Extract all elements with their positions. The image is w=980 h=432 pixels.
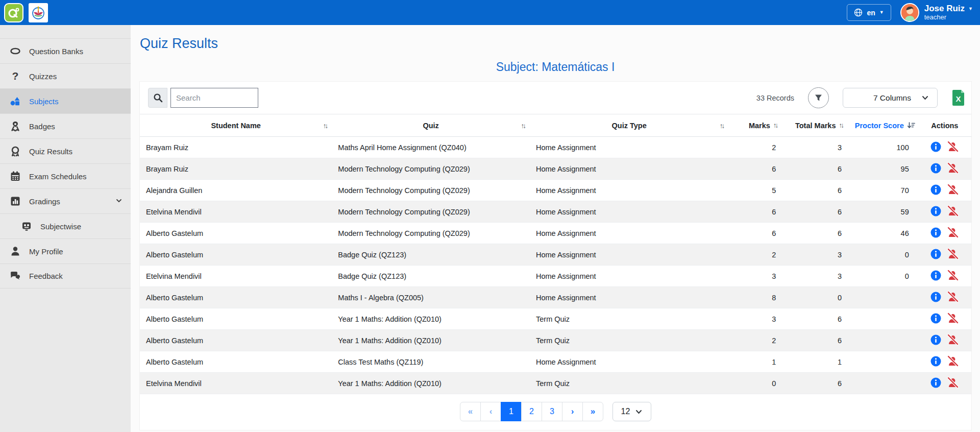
sort-icon[interactable]: ↑↓	[720, 122, 724, 129]
user-meta: Jose Ruiz ▼ teacher	[924, 4, 973, 21]
page-size-dropdown[interactable]: 12	[612, 402, 651, 421]
sidebar-item-feedback[interactable]: Feedback	[0, 263, 131, 289]
sidebar-item-question-banks[interactable]: Question Banks	[0, 38, 131, 63]
cell-total-marks: 6	[780, 180, 846, 201]
cell-quiz-type: Term Quiz	[530, 330, 728, 351]
sort-icon[interactable]: ↑↓	[839, 122, 843, 129]
sort-icon[interactable]: ↑↓	[773, 122, 777, 129]
page-button-1[interactable]: 1	[501, 402, 522, 421]
cell-proctor-score: 46	[846, 223, 918, 244]
sidebar-item-my-profile[interactable]: My Profile	[0, 238, 131, 263]
cell-quiz-type: Home Assignment	[530, 180, 728, 201]
cell-quiz-type: Home Assignment	[530, 244, 728, 266]
sidebar-item-label: Subjects	[29, 97, 59, 106]
exam-schedules-icon	[9, 171, 21, 182]
proctoring-disabled-button[interactable]	[947, 291, 959, 302]
cell-quiz-type: Home Assignment	[530, 201, 728, 223]
sort-icon[interactable]: ↑↓	[521, 122, 525, 129]
prev-page-button[interactable]: ‹	[480, 402, 501, 421]
cell-proctor-score: 95	[846, 158, 918, 180]
info-button[interactable]	[930, 184, 941, 195]
first-page-button[interactable]: «	[460, 402, 481, 421]
cell-proctor-score	[846, 308, 918, 330]
table-row: Brayam Ruiz Modern Technology Computing …	[140, 158, 971, 180]
user-menu[interactable]: Jose Ruiz ▼ teacher	[900, 3, 973, 22]
proctoring-disabled-button[interactable]	[947, 184, 959, 195]
results-card: 33 Records 7 Columns	[139, 81, 972, 430]
proctoring-disabled-button[interactable]	[947, 248, 959, 259]
sidebar: Question Banks ? Quizzes Subjects	[0, 25, 131, 432]
proctoring-disabled-button[interactable]	[947, 162, 959, 174]
search-button[interactable]	[148, 88, 167, 108]
column-header-marks[interactable]: Marks ↑↓	[728, 114, 780, 137]
last-page-button[interactable]: »	[582, 402, 603, 421]
sidebar-item-badges[interactable]: Badges	[0, 113, 131, 138]
app-logo-icon[interactable]	[4, 3, 23, 22]
sidebar-item-quizzes[interactable]: ? Quizzes	[0, 63, 131, 88]
info-button[interactable]	[930, 163, 941, 174]
cell-proctor-score	[846, 287, 918, 308]
info-button[interactable]	[930, 292, 941, 302]
sort-icon[interactable]: ↑↓	[323, 122, 327, 129]
proctoring-disabled-button[interactable]	[947, 227, 959, 238]
columns-dropdown[interactable]: 7 Columns	[843, 88, 938, 108]
column-header-proctor-score[interactable]: Proctor Score	[846, 114, 918, 137]
table-header-row: Student Name ↑↓ Quiz ↑↓ Quiz Type ↑↓ M	[140, 114, 971, 137]
proctoring-disabled-button[interactable]	[947, 270, 959, 281]
sidebar-item-label: Badges	[29, 122, 55, 131]
user-slash-icon	[947, 141, 959, 152]
filter-button[interactable]	[808, 87, 829, 108]
page-button-2[interactable]: 2	[521, 402, 542, 421]
proctoring-disabled-button[interactable]	[947, 141, 959, 152]
language-selector[interactable]: en ▼	[847, 4, 891, 21]
sidebar-item-exam-schedules[interactable]: Exam Schedules	[0, 163, 131, 188]
info-button[interactable]	[930, 313, 941, 324]
table-row: Alejandra Guillen Modern Technology Comp…	[140, 180, 971, 201]
question-banks-icon	[9, 45, 21, 57]
info-icon	[930, 334, 941, 345]
info-button[interactable]	[930, 270, 941, 281]
sidebar-item-subjects[interactable]: Subjects	[0, 88, 131, 113]
cell-marks: 2	[728, 330, 780, 351]
proctoring-disabled-button[interactable]	[947, 313, 959, 324]
info-button[interactable]	[930, 141, 941, 152]
info-button[interactable]	[930, 377, 941, 388]
search-group	[148, 88, 258, 108]
gradings-icon	[9, 196, 21, 207]
cell-student-name: Etelvina Mendivil	[140, 201, 332, 223]
cell-total-marks: 1	[780, 351, 846, 373]
cell-quiz: Modern Technology Computing (QZ029)	[332, 180, 530, 201]
user-slash-icon	[947, 162, 959, 174]
excel-export-button[interactable]: X	[951, 89, 965, 106]
page-title: Quiz Results	[131, 25, 980, 52]
column-header-quiz[interactable]: Quiz ↑↓	[332, 114, 530, 137]
proctoring-disabled-button[interactable]	[947, 355, 959, 367]
info-button[interactable]	[930, 249, 941, 259]
school-lotus-logo-icon[interactable]	[29, 3, 48, 22]
sidebar-item-quiz-results[interactable]: Quiz Results	[0, 138, 131, 163]
sidebar-item-subjectwise[interactable]: Subjectwise	[0, 213, 131, 238]
info-button[interactable]	[930, 334, 941, 345]
cell-proctor-score: 0	[846, 244, 918, 266]
column-header-quiz-type[interactable]: Quiz Type ↑↓	[530, 114, 728, 137]
cell-quiz: Badge Quiz (QZ123)	[332, 244, 530, 266]
column-header-total-marks[interactable]: Total Marks ↑↓	[780, 114, 846, 137]
cell-actions	[918, 373, 971, 394]
proctoring-disabled-button[interactable]	[947, 205, 959, 217]
page-button-3[interactable]: 3	[542, 402, 562, 421]
info-button[interactable]	[930, 206, 941, 217]
next-page-button[interactable]: ›	[562, 402, 583, 421]
info-button[interactable]	[930, 356, 941, 367]
proctoring-disabled-button[interactable]	[947, 334, 959, 345]
cell-quiz: Modern Technology Computing (QZ029)	[332, 201, 530, 223]
sort-desc-icon[interactable]	[907, 122, 915, 129]
column-header-student-name[interactable]: Student Name ↑↓	[140, 114, 332, 137]
search-input[interactable]	[170, 88, 258, 108]
language-code: en	[867, 9, 875, 17]
sidebar-item-gradings[interactable]: Gradings	[0, 188, 131, 213]
cell-proctor-score: 100	[846, 137, 918, 158]
cell-total-marks: 3	[780, 137, 846, 158]
pagination: « ‹ 1 2 3 › » 12	[140, 394, 971, 430]
proctoring-disabled-button[interactable]	[947, 377, 959, 388]
info-button[interactable]	[930, 227, 941, 238]
